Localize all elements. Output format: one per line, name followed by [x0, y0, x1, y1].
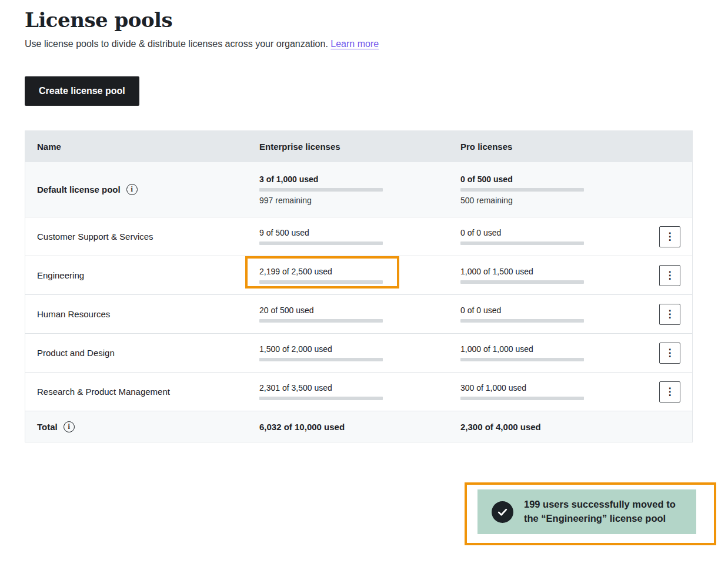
license-pool-table: Name Enterprise licenses Pro licenses De… — [25, 130, 693, 442]
pro-cell: 1,000 of 1,500 used — [460, 267, 644, 284]
usage-label: 20 of 500 used — [259, 306, 437, 315]
toast-message: 199 users successfully moved to the “Eng… — [524, 498, 683, 526]
info-icon[interactable]: i — [64, 421, 75, 432]
usage-label: 2,199 of 2,500 used — [259, 267, 437, 276]
usage-bar — [460, 397, 584, 400]
table-row: Human Resources 20 of 500 used 0 of 0 us… — [25, 294, 692, 333]
usage-label: 0 of 500 used — [460, 175, 620, 184]
pool-name-cell: Human Resources — [37, 309, 259, 319]
pool-name: Product and Design — [37, 348, 115, 358]
pool-name-cell: Default license pool i — [37, 184, 259, 195]
pro-cell: 300 of 1,000 used — [460, 383, 644, 400]
check-icon — [492, 501, 513, 523]
usage-label: 0 of 0 used — [460, 228, 620, 237]
pool-name-cell: Research & Product Management — [37, 387, 259, 397]
subtitle-text: Use license pools to divide & distribute… — [25, 39, 328, 49]
usage-label: 3 of 1,000 used — [259, 175, 437, 184]
success-toast: 199 users successfully moved to the “Eng… — [477, 489, 696, 534]
usage-bar — [460, 280, 584, 284]
kebab-icon: ⋮ — [665, 232, 675, 241]
usage-bar — [259, 358, 383, 361]
enterprise-cell: 2,199 of 2,500 used — [259, 267, 460, 284]
page-title: License pools — [25, 8, 703, 32]
kebab-icon: ⋮ — [665, 309, 675, 319]
column-header-name: Name — [37, 142, 259, 152]
usage-label: 300 of 1,000 used — [460, 383, 620, 393]
row-menu-button[interactable]: ⋮ — [659, 265, 680, 286]
total-row: Total i 6,032 of 10,000 used 2,300 of 4,… — [25, 411, 692, 442]
pro-cell: 0 of 500 used 500 remaining — [460, 175, 644, 205]
enterprise-cell: 9 of 500 used — [259, 228, 460, 245]
row-menu-button[interactable]: ⋮ — [659, 381, 680, 402]
usage-label: 1,500 of 2,000 used — [259, 344, 437, 354]
row-menu-button[interactable]: ⋮ — [659, 343, 680, 364]
row-menu-button[interactable]: ⋮ — [659, 226, 680, 247]
usage-bar — [460, 241, 584, 245]
pool-name: Human Resources — [37, 309, 110, 319]
pool-name: Customer Support & Services — [37, 232, 153, 241]
usage-bar — [460, 358, 584, 361]
create-license-pool-button[interactable]: Create license pool — [25, 76, 139, 106]
usage-bar — [259, 397, 383, 400]
enterprise-cell: 1,500 of 2,000 used — [259, 344, 460, 361]
kebab-icon: ⋮ — [665, 387, 675, 397]
table-row: Product and Design 1,500 of 2,000 used 1… — [25, 333, 692, 372]
pro-cell: 0 of 0 used — [460, 306, 644, 323]
table-row: Default license pool i 3 of 1,000 used 9… — [25, 162, 692, 217]
usage-bar — [259, 188, 383, 192]
usage-bar — [259, 241, 383, 245]
learn-more-link[interactable]: Learn more — [330, 39, 379, 49]
usage-label: 9 of 500 used — [259, 228, 437, 237]
pro-cell: 0 of 0 used — [460, 228, 644, 245]
pool-name: Research & Product Management — [37, 387, 170, 397]
usage-label: 1,000 of 1,000 used — [460, 344, 620, 354]
pool-name-cell: Customer Support & Services — [37, 232, 259, 241]
pro-cell: 1,000 of 1,000 used — [460, 344, 644, 361]
info-icon[interactable]: i — [126, 184, 138, 195]
pool-name-cell: Engineering — [37, 270, 259, 280]
table-row: Research & Product Management 2,301 of 3… — [25, 372, 692, 411]
total-label: Total — [37, 422, 58, 432]
usage-label: 0 of 0 used — [460, 306, 620, 315]
table-row: Customer Support & Services 9 of 500 use… — [25, 217, 692, 256]
kebab-icon: ⋮ — [665, 348, 675, 358]
usage-label: 1,000 of 1,500 used — [460, 267, 620, 276]
enterprise-cell: 3 of 1,000 used 997 remaining — [259, 175, 460, 205]
column-header-pro: Pro licenses — [460, 142, 644, 152]
pool-name: Engineering — [37, 270, 84, 280]
enterprise-cell: 20 of 500 used — [259, 306, 460, 323]
usage-bar — [259, 280, 383, 284]
kebab-icon: ⋮ — [665, 270, 675, 280]
table-body: Default license pool i 3 of 1,000 used 9… — [25, 162, 692, 411]
usage-bar — [259, 319, 383, 323]
total-enterprise-value: 6,032 of 10,000 used — [259, 422, 460, 432]
license-pools-page: License pools Use license pools to divid… — [0, 0, 728, 577]
remaining-label: 997 remaining — [259, 196, 437, 205]
usage-bar — [460, 188, 584, 192]
row-menu-button[interactable]: ⋮ — [659, 304, 680, 325]
enterprise-cell: 2,301 of 3,500 used — [259, 383, 460, 400]
pool-name: Default license pool — [37, 184, 121, 194]
pool-name-cell: Product and Design — [37, 348, 259, 358]
total-pro-value: 2,300 of 4,000 used — [460, 422, 644, 432]
page-subtitle: Use license pools to divide & distribute… — [25, 39, 703, 49]
remaining-label: 500 remaining — [460, 196, 620, 205]
column-header-enterprise: Enterprise licenses — [259, 142, 460, 152]
usage-label: 2,301 of 3,500 used — [259, 383, 437, 393]
page-header: License pools Use license pools to divid… — [0, 0, 728, 49]
table-row: Engineering 2,199 of 2,500 used 1,000 of… — [25, 256, 692, 294]
usage-bar — [460, 319, 584, 323]
total-name-cell: Total i — [37, 421, 259, 432]
table-header-row: Name Enterprise licenses Pro licenses — [25, 131, 692, 162]
